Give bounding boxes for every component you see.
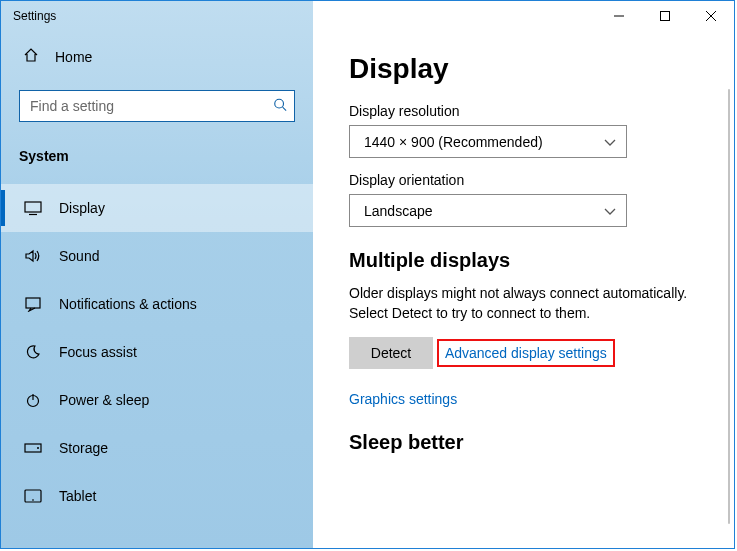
close-button[interactable] [688, 1, 734, 31]
sidebar-item-label: Tablet [59, 488, 96, 504]
sleep-better-heading: Sleep better [349, 431, 706, 454]
sound-icon [23, 248, 43, 264]
notifications-icon [23, 296, 43, 312]
home-icon [23, 47, 39, 66]
storage-icon [23, 442, 43, 454]
sidebar-item-notifications[interactable]: Notifications & actions [1, 280, 313, 328]
moon-icon [23, 344, 43, 360]
window-title: Settings [1, 9, 56, 23]
chevron-down-icon [604, 134, 616, 150]
titlebar: Settings [1, 1, 734, 31]
sidebar-item-power-sleep[interactable]: Power & sleep [1, 376, 313, 424]
window-controls [596, 1, 734, 31]
sidebar-category: System [1, 130, 313, 174]
search-input[interactable] [19, 90, 295, 122]
svg-rect-1 [661, 12, 670, 21]
resolution-value: 1440 × 900 (Recommended) [364, 134, 543, 150]
advanced-display-settings-link[interactable]: Advanced display settings [437, 339, 615, 367]
sidebar-item-label: Power & sleep [59, 392, 149, 408]
sidebar-item-label: Sound [59, 248, 99, 264]
svg-line-5 [283, 107, 287, 111]
content-pane: Display Display resolution 1440 × 900 (R… [313, 1, 734, 548]
svg-point-4 [275, 99, 284, 108]
svg-rect-6 [25, 202, 41, 212]
home-label: Home [55, 49, 92, 65]
orientation-select[interactable]: Landscape [349, 194, 627, 227]
sidebar-item-label: Storage [59, 440, 108, 456]
sidebar-item-focus-assist[interactable]: Focus assist [1, 328, 313, 376]
minimize-icon [614, 11, 624, 21]
tablet-icon [23, 489, 43, 503]
resolution-label: Display resolution [349, 103, 706, 119]
monitor-icon [23, 200, 43, 216]
sidebar-item-storage[interactable]: Storage [1, 424, 313, 472]
sidebar-item-label: Notifications & actions [59, 296, 197, 312]
sidebar-item-display[interactable]: Display [1, 184, 313, 232]
graphics-settings-link[interactable]: Graphics settings [349, 391, 706, 407]
chevron-down-icon [604, 203, 616, 219]
resolution-select[interactable]: 1440 × 900 (Recommended) [349, 125, 627, 158]
page-title: Display [349, 53, 706, 85]
maximize-icon [660, 11, 670, 21]
close-icon [706, 11, 716, 21]
sidebar-item-tablet[interactable]: Tablet [1, 472, 313, 520]
maximize-button[interactable] [642, 1, 688, 31]
svg-rect-8 [26, 298, 40, 308]
detect-button[interactable]: Detect [349, 337, 433, 369]
minimize-button[interactable] [596, 1, 642, 31]
vertical-scrollbar[interactable] [728, 89, 730, 524]
settings-window: Settings Home [0, 0, 735, 549]
sidebar-item-label: Display [59, 200, 105, 216]
svg-point-12 [37, 447, 39, 449]
home-link[interactable]: Home [1, 35, 313, 78]
multiple-displays-desc: Older displays might not always connect … [349, 284, 706, 323]
sidebar: Home System Display Sound [1, 1, 313, 548]
orientation-label: Display orientation [349, 172, 706, 188]
multiple-displays-heading: Multiple displays [349, 249, 706, 272]
power-icon [23, 392, 43, 408]
search-box[interactable] [19, 90, 295, 122]
sidebar-menu: Display Sound Notifications & actions Fo… [1, 174, 313, 520]
sidebar-item-label: Focus assist [59, 344, 137, 360]
search-icon [273, 98, 287, 115]
orientation-value: Landscape [364, 203, 433, 219]
sidebar-item-sound[interactable]: Sound [1, 232, 313, 280]
